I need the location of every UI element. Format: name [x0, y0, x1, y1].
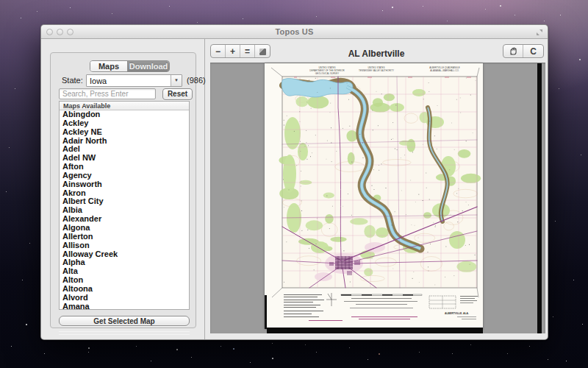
hand-icon: [509, 46, 517, 55]
main-pane: − + = AL Albertville C UNITED STATES: [205, 39, 548, 339]
get-selected-map-button[interactable]: Get Selected Map: [59, 316, 190, 326]
list-item[interactable]: Agency: [60, 171, 189, 180]
svg-text:ALABAMA—MARSHALL CO.: ALABAMA—MARSHALL CO.: [430, 69, 459, 72]
refresh-icon: C: [530, 46, 537, 57]
state-select[interactable]: Iowa ▼: [86, 74, 182, 87]
tab-download[interactable]: Download: [127, 61, 169, 71]
progress-groove: [59, 331, 190, 332]
titlebar[interactable]: Topos US: [41, 25, 548, 39]
pan-tool-button[interactable]: [503, 45, 523, 57]
list-item[interactable]: Allerton: [60, 233, 189, 241]
tab-maps[interactable]: Maps: [90, 61, 127, 71]
list-item[interactable]: Ackley NE: [60, 128, 189, 137]
stars-bright: [0, 0, 1, 1]
reset-button[interactable]: Reset: [162, 88, 193, 100]
list-item[interactable]: Allison: [60, 241, 189, 250]
list-item[interactable]: Alpha: [60, 258, 189, 267]
state-selected-value: Iowa: [90, 77, 107, 85]
tools-segmented-control: C: [503, 44, 544, 58]
state-row: State: Iowa ▼ (986): [51, 74, 196, 87]
scan-artifact-right: [537, 63, 542, 333]
list-item[interactable]: Altoona: [60, 285, 189, 294]
download-groupbox: Maps Download State: Iowa ▼ (986) Reset …: [50, 52, 196, 328]
list-item[interactable]: Alvord: [60, 294, 189, 302]
map-title: AL Albertville: [205, 49, 548, 59]
topo-map-svg: UNITED STATES DEPARTMENT OF THE INTERIOR…: [265, 63, 483, 329]
maps-list[interactable]: AbingdonAckleyAckley NEAdair NorthAdelAd…: [60, 110, 189, 309]
app-window: Topos US Maps Download State: Iowa ▼ (98…: [40, 24, 548, 340]
svg-text:GEOLOGICAL SURVEY: GEOLOGICAL SURVEY: [315, 72, 340, 75]
svg-text:TENNESSEE VALLEY AUTHORITY: TENNESSEE VALLEY AUTHORITY: [359, 69, 394, 72]
scan-artifact-left: [265, 295, 267, 329]
svg-text:ALBERTVILLE, ALA.: ALBERTVILLE, ALA.: [445, 312, 469, 315]
list-item[interactable]: Ackley: [60, 119, 189, 128]
window-title: Topos US: [41, 27, 548, 36]
state-label: State:: [62, 76, 83, 85]
topo-map-page[interactable]: UNITED STATES DEPARTMENT OF THE INTERIOR…: [265, 63, 483, 329]
state-map-count: (986): [187, 76, 206, 85]
list-item[interactable]: Amana: [60, 302, 189, 309]
maps-list-box: Maps Available AbingdonAckleyAckley NEAd…: [59, 101, 190, 310]
chevron-down-icon[interactable]: ▼: [171, 75, 182, 86]
tab-bar: Maps Download: [90, 60, 170, 72]
refresh-button[interactable]: C: [523, 45, 543, 57]
progress-groove: [59, 334, 190, 335]
scan-artifact-bottom: [267, 328, 483, 333]
map-viewport[interactable]: UNITED STATES DEPARTMENT OF THE INTERIOR…: [210, 63, 545, 333]
list-item[interactable]: Ainsworth: [60, 180, 189, 189]
maps-list-header: Maps Available: [60, 102, 189, 110]
fullscreen-icon[interactable]: [536, 29, 543, 36]
sidebar: Maps Download State: Iowa ▼ (986) Reset …: [41, 39, 204, 339]
search-row: Reset: [51, 88, 196, 100]
search-input[interactable]: [59, 88, 156, 99]
